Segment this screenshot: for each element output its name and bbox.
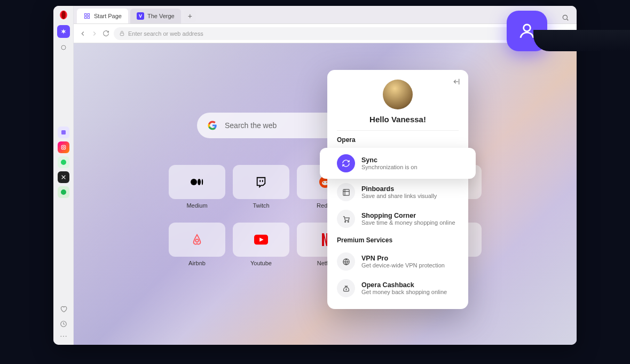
sidebar-app-1[interactable]: [58, 126, 69, 138]
svg-rect-17: [120, 33, 123, 36]
svg-point-32: [348, 221, 349, 222]
svg-point-7: [61, 189, 66, 195]
svg-rect-12: [85, 14, 87, 16]
pinboards-item[interactable]: Pinboards Save and share links visually: [327, 179, 468, 205]
google-icon: [208, 121, 217, 130]
forward-button[interactable]: [91, 30, 98, 37]
avatar: [383, 80, 413, 109]
profile-popover: Hello Vanessa! Opera Sync Synchronizatio…: [327, 70, 468, 309]
svg-point-10: [63, 336, 64, 337]
sync-item[interactable]: Sync Synchronization is on: [320, 148, 476, 179]
spotify-icon[interactable]: [58, 186, 69, 198]
premium-section-title: Premium Services: [327, 236, 468, 244]
svg-point-31: [344, 221, 345, 222]
svg-point-20: [191, 179, 197, 185]
tab-label: The Verge: [147, 13, 175, 19]
speed-dial-youtube[interactable]: Youtube: [233, 223, 289, 266]
svg-point-16: [563, 15, 567, 19]
speed-dial-twitch[interactable]: Twitch: [233, 165, 289, 209]
svg-point-2: [61, 45, 66, 50]
speed-dial-airbnb[interactable]: Airbnb: [169, 223, 225, 266]
cashback-item[interactable]: Opera Cashback Get money back shopping o…: [327, 275, 468, 302]
back-button[interactable]: [79, 30, 86, 37]
browser-window: Start Page V The Verge + Enter search or…: [53, 6, 577, 345]
search-placeholder: Search the web: [225, 121, 277, 130]
svg-point-22: [202, 179, 203, 185]
instagram-icon[interactable]: [58, 141, 69, 153]
start-page-content: Search the web Medium Twitch Reddit Airb…: [74, 43, 577, 345]
speed-dial-medium[interactable]: Medium: [169, 165, 225, 209]
vpn-pro-icon: [337, 252, 355, 271]
svg-point-21: [198, 179, 201, 185]
address-input[interactable]: Enter search or web address: [114, 27, 523, 40]
pinboard-icon: [337, 183, 355, 201]
more-icon[interactable]: [60, 335, 67, 337]
tab-start-page[interactable]: Start Page: [77, 9, 128, 23]
ai-button[interactable]: [57, 25, 70, 38]
sync-icon: [337, 154, 355, 172]
twitch-icon: [255, 176, 267, 188]
x-icon[interactable]: [58, 171, 69, 183]
svg-point-6: [61, 160, 66, 165]
svg-rect-15: [88, 17, 90, 19]
sidebar: [53, 6, 74, 345]
svg-rect-3: [61, 130, 66, 134]
svg-point-27: [195, 239, 199, 242]
history-icon[interactable]: [60, 320, 67, 328]
opera-logo-icon: [59, 10, 68, 20]
medium-icon: [190, 177, 204, 187]
svg-point-25: [323, 182, 324, 183]
svg-point-11: [65, 336, 66, 337]
heart-icon[interactable]: [60, 305, 67, 313]
whatsapp-icon[interactable]: [58, 156, 69, 168]
svg-rect-13: [88, 14, 90, 16]
address-bar: Enter search or web address: [74, 24, 577, 43]
search-tabs-icon[interactable]: [562, 14, 569, 21]
opera-section-title: Opera: [327, 136, 468, 144]
tab-bar: Start Page V The Verge +: [74, 6, 577, 24]
svg-rect-14: [85, 17, 87, 19]
svg-point-5: [62, 146, 64, 148]
svg-rect-4: [61, 145, 66, 149]
tab-verge[interactable]: V The Verge: [130, 9, 181, 23]
svg-point-9: [60, 336, 61, 337]
profile-button[interactable]: Hello Vanessa! Opera Sync Synchronizatio…: [507, 11, 547, 51]
laptop-base: [533, 30, 630, 51]
svg-point-29: [524, 25, 531, 31]
youtube-icon: [254, 234, 268, 245]
new-tab-button[interactable]: +: [184, 10, 196, 22]
airbnb-icon: [191, 233, 203, 246]
tab-label: Start Page: [94, 13, 122, 19]
lock-icon: [119, 30, 125, 36]
svg-point-1: [61, 11, 66, 19]
sign-out-icon[interactable]: [452, 77, 461, 86]
shopping-corner-item[interactable]: Shopping Corner Save time & money shoppi…: [327, 205, 468, 232]
reload-button[interactable]: [103, 30, 109, 37]
vpn-pro-item[interactable]: VPN Pro Get device-wide VPN protection: [327, 248, 468, 275]
svg-rect-30: [343, 189, 349, 195]
workspace-button[interactable]: [57, 41, 70, 54]
cart-icon: [337, 210, 355, 228]
money-bag-icon: [337, 279, 355, 297]
address-placeholder: Enter search or web address: [128, 30, 203, 37]
greeting: Hello Vanessa!: [327, 115, 468, 124]
